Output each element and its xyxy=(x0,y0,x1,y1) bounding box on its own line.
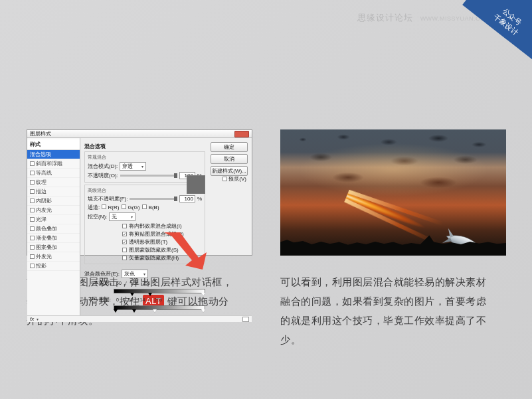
cancel-button[interactable]: 取消 xyxy=(211,154,248,164)
checkbox-icon xyxy=(30,264,35,268)
left-column: 图层样式 样式 混合选项斜面和浮雕等高线纹理描边内阴影内发光光泽颜色叠加渐变叠加… xyxy=(27,129,252,350)
fx-icon: fx xyxy=(30,316,34,322)
section-advanced: 高级混合 xyxy=(88,187,202,194)
adv-check[interactable]: 将剪贴图层混合成组(P) xyxy=(122,230,202,238)
fill-label: 填充不透明度(F): xyxy=(88,195,128,202)
knockout-label: 挖空(N): xyxy=(88,213,107,220)
under-layer-slider[interactable] xyxy=(114,305,205,311)
checkbox-icon xyxy=(30,217,35,222)
knockout-select[interactable]: 无 ▾ xyxy=(109,212,135,221)
sidebar-item[interactable]: 图案叠加 xyxy=(27,243,80,252)
chevron-down-icon: ▾ xyxy=(141,164,143,169)
preview-checkbox[interactable]: 预览(V) xyxy=(222,175,246,183)
adv-check[interactable]: 透明形状图层(T) xyxy=(122,238,202,246)
sidebar-item[interactable]: 投影 xyxy=(27,262,80,271)
checkbox-icon xyxy=(222,177,227,181)
checkbox-icon xyxy=(30,254,35,259)
fill-value[interactable]: 100 xyxy=(179,195,195,202)
fill-slider[interactable] xyxy=(130,198,177,200)
watermark-site: 思缘设计论坛 xyxy=(357,13,413,23)
adv-check[interactable]: 图层蒙版隐藏效果(S) xyxy=(122,246,202,254)
corner-ribbon: 公众号 千象设计 xyxy=(462,0,532,62)
checkbox-icon xyxy=(122,204,126,209)
checkbox-icon xyxy=(30,226,35,231)
sidebar-item[interactable]: 渐变叠加 xyxy=(27,234,80,243)
dialog-main: 确定 取消 新建样式(W)... 预览(V) 混合选项 常规混合 混合模式(D)… xyxy=(80,138,252,315)
chevron-down-icon[interactable]: ▾ xyxy=(37,317,39,321)
sidebar-item[interactable]: 外发光 xyxy=(27,252,80,262)
result-image xyxy=(280,129,506,256)
checkbox-icon xyxy=(30,189,35,194)
ok-button[interactable]: 确定 xyxy=(211,142,248,152)
sidebar-item[interactable]: 混合选项 xyxy=(27,150,80,159)
chevron-down-icon: ▾ xyxy=(131,214,133,219)
blendif-select[interactable]: 灰色 ▾ xyxy=(122,270,148,278)
chevron-down-icon: ▾ xyxy=(143,272,145,276)
checkbox-icon xyxy=(122,256,127,260)
checkbox-icon xyxy=(142,204,147,209)
checkbox-icon xyxy=(30,236,35,240)
sidebar-item[interactable]: 内发光 xyxy=(27,206,80,215)
channel-checkbox[interactable]: G(G) xyxy=(122,204,139,210)
trash-icon[interactable] xyxy=(242,317,249,322)
dialog-body: 样式 混合选项斜面和浮雕等高线纹理描边内阴影内发光光泽颜色叠加渐变叠加图案叠加外… xyxy=(27,138,252,315)
checkbox-icon xyxy=(122,224,127,228)
blend-mode-select[interactable]: 穿透 ▾ xyxy=(120,162,146,171)
dialog-title: 图层样式 xyxy=(30,130,51,137)
blend-mode-value: 穿透 xyxy=(122,163,133,170)
checkbox-icon xyxy=(30,180,35,185)
new-style-button[interactable]: 新建样式(W)... xyxy=(211,166,248,176)
sidebar-item[interactable]: 斜面和浮雕 xyxy=(27,159,80,169)
preview-label: 预览(V) xyxy=(228,175,246,183)
checkbox-icon xyxy=(30,245,35,250)
checkbox-icon xyxy=(122,240,127,244)
content-row: 图层样式 样式 混合选项斜面和浮雕等高线纹理描边内阴影内发光光泽颜色叠加渐变叠加… xyxy=(0,129,532,350)
checkbox-icon xyxy=(30,171,35,175)
sidebar-item[interactable]: 描边 xyxy=(27,187,80,197)
styles-sidebar: 样式 混合选项斜面和浮雕等高线纹理描边内阴影内发光光泽颜色叠加渐变叠加图案叠加外… xyxy=(27,138,80,315)
section-general: 常规混合 xyxy=(88,154,202,161)
checkbox-icon xyxy=(102,204,106,209)
blend-mode-label: 混合模式(D): xyxy=(88,163,118,170)
checkbox-icon xyxy=(122,248,127,252)
blendif-label: 混合颜色带(E): xyxy=(84,270,120,278)
sidebar-title: 样式 xyxy=(27,139,80,150)
dialog-titlebar: 图层样式 xyxy=(27,130,252,138)
right-column: 可以看到，利用图层混合就能轻易的解决素材 融合的问题，如果看到复杂的图片，首要考… xyxy=(280,129,506,350)
sidebar-item[interactable]: 纹理 xyxy=(27,178,80,187)
channel-checkbox[interactable]: B(B) xyxy=(142,204,159,210)
checkbox-icon xyxy=(30,161,35,166)
dialog-buttons: 确定 取消 新建样式(W)... xyxy=(211,142,248,178)
watermark: 思缘设计论坛 WWW.MISSYUAN.COM xyxy=(357,12,491,24)
opacity-slider[interactable] xyxy=(120,175,177,177)
dialog-footer: fx ▾ xyxy=(27,315,252,322)
preview-swatch xyxy=(187,175,205,194)
sidebar-item[interactable]: 颜色叠加 xyxy=(27,224,80,234)
close-icon[interactable] xyxy=(234,131,249,137)
channels-label: 通道: xyxy=(88,204,100,211)
right-caption: 可以看到，利用图层混合就能轻易的解决素材 融合的问题，如果看到复杂的图片，首要考… xyxy=(280,273,506,350)
sidebar-item[interactable]: 等高线 xyxy=(27,169,80,178)
checkbox-icon xyxy=(122,232,127,236)
under-layer-label: 下一图层: xyxy=(84,296,111,303)
checkbox-icon xyxy=(30,208,35,212)
this-layer-label: 本图层: xyxy=(84,279,111,287)
layer-style-dialog: 图层样式 样式 混合选项斜面和浮雕等高线纹理描边内阴影内发光光泽颜色叠加渐变叠加… xyxy=(27,129,252,256)
sidebar-item[interactable]: 光泽 xyxy=(27,215,80,224)
sidebar-item[interactable]: 内阴影 xyxy=(27,197,80,206)
adv-check[interactable]: 矢量蒙版隐藏效果(H) xyxy=(122,254,202,262)
checkbox-icon xyxy=(30,199,35,203)
opacity-label: 不透明度(O): xyxy=(88,172,118,179)
adv-check[interactable]: 将内部效果混合成组(I) xyxy=(122,222,202,230)
channel-checkbox[interactable]: R(R) xyxy=(102,204,119,210)
this-layer-slider[interactable] xyxy=(114,288,205,295)
